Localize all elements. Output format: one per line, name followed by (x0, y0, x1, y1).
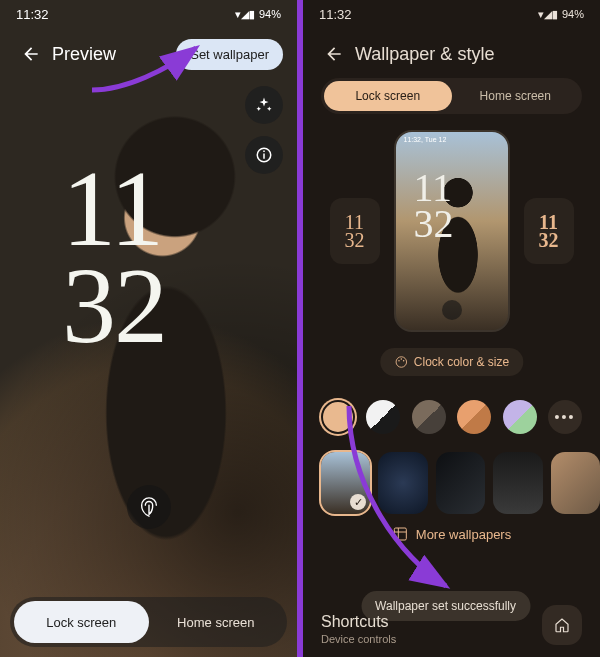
color-swatch[interactable] (366, 400, 400, 434)
tab-home-screen[interactable]: Home screen (452, 81, 580, 111)
more-wallpapers-label: More wallpapers (416, 527, 511, 542)
home-icon (553, 616, 571, 634)
screen-tabs: Lock screen Home screen (321, 78, 582, 114)
sparkles-icon (255, 96, 273, 114)
wallpaper-thumbnail[interactable] (493, 452, 542, 514)
topbar: Wallpaper & style (303, 30, 600, 78)
more-wallpapers-button[interactable]: More wallpapers (392, 526, 511, 542)
color-swatch[interactable] (457, 400, 491, 434)
svg-rect-2 (263, 151, 265, 153)
wallpaper-thumbnail[interactable] (436, 452, 485, 514)
fingerprint-button[interactable] (127, 485, 171, 529)
svg-point-6 (402, 360, 404, 362)
wallpaper-thumbnail[interactable] (551, 452, 600, 514)
wallpaper-thumbnails: ✓ (321, 452, 600, 514)
preview-tabs: Lock screen Home screen (10, 597, 287, 647)
tab-home-screen[interactable]: Home screen (149, 601, 284, 643)
color-swatches: ••• (321, 400, 582, 434)
svg-point-5 (400, 358, 402, 360)
fingerprint-icon (138, 496, 160, 518)
wallpaper-thumbnail[interactable] (378, 452, 427, 514)
shortcuts-row: Shortcuts Device controls (321, 605, 582, 645)
clock-style-row: 11 32 11:32, Tue 12 11 32 11 32 (303, 126, 600, 336)
clock-style-option[interactable]: 11 32 (524, 198, 574, 264)
back-button[interactable] (14, 37, 48, 71)
palette-icon (394, 355, 408, 369)
tab-lock-screen[interactable]: Lock screen (14, 601, 149, 643)
effects-button[interactable] (245, 86, 283, 124)
page-title: Wallpaper & style (355, 44, 586, 65)
shortcuts-title: Shortcuts (321, 613, 396, 631)
info-icon (255, 146, 273, 164)
tab-lock-screen[interactable]: Lock screen (324, 81, 452, 111)
clock-minutes: 32 (62, 257, 166, 354)
shortcuts-text: Shortcuts Device controls (321, 613, 396, 645)
wallpaper-thumbnail[interactable]: ✓ (321, 452, 370, 514)
action-column (245, 86, 283, 174)
chip-label: Clock color & size (414, 355, 509, 369)
preview-screen: 11:32 ▾◢▮ 94% Preview Set wallpaper 11 3… (0, 0, 297, 657)
arrow-left-icon (21, 44, 41, 64)
status-bar: 11:32 ▾◢▮ 94% (0, 0, 297, 28)
status-time: 11:32 (16, 7, 49, 22)
arrow-left-icon (324, 44, 344, 64)
more-colors-button[interactable]: ••• (548, 400, 582, 434)
topbar: Preview Set wallpaper (0, 30, 297, 78)
status-time: 11:32 (319, 7, 352, 22)
set-wallpaper-button[interactable]: Set wallpaper (176, 39, 283, 70)
clock-hours: 11 (62, 160, 166, 257)
preview-clock: 11 32 (414, 170, 454, 242)
clock-color-size-button[interactable]: Clock color & size (380, 348, 523, 376)
check-icon: ✓ (350, 494, 366, 510)
status-icons: ▾◢▮ 94% (538, 8, 584, 21)
color-swatch[interactable] (321, 400, 355, 434)
lock-screen-preview[interactable]: 11:32, Tue 12 11 32 (394, 130, 510, 332)
preview-status: 11:32, Tue 12 (404, 136, 447, 143)
color-swatch[interactable] (503, 400, 537, 434)
status-bar: 11:32 ▾◢▮ 94% (303, 0, 600, 28)
color-swatch[interactable] (412, 400, 446, 434)
wallpaper-style-screen: 11:32 ▾◢▮ 94% Wallpaper & style Lock scr… (303, 0, 600, 657)
home-shortcut-button[interactable] (542, 605, 582, 645)
wallpaper-icon (392, 526, 408, 542)
page-title: Preview (52, 44, 176, 65)
svg-point-4 (398, 360, 400, 362)
info-button[interactable] (245, 136, 283, 174)
shortcuts-subtitle: Device controls (321, 633, 396, 645)
clock-style-option[interactable]: 11 32 (330, 198, 380, 264)
status-icons: ▾◢▮ 94% (235, 8, 281, 21)
svg-rect-1 (263, 154, 265, 159)
fingerprint-icon (442, 300, 462, 320)
lock-clock: 11 32 (62, 160, 166, 354)
svg-rect-7 (394, 528, 406, 540)
back-button[interactable] (317, 37, 351, 71)
